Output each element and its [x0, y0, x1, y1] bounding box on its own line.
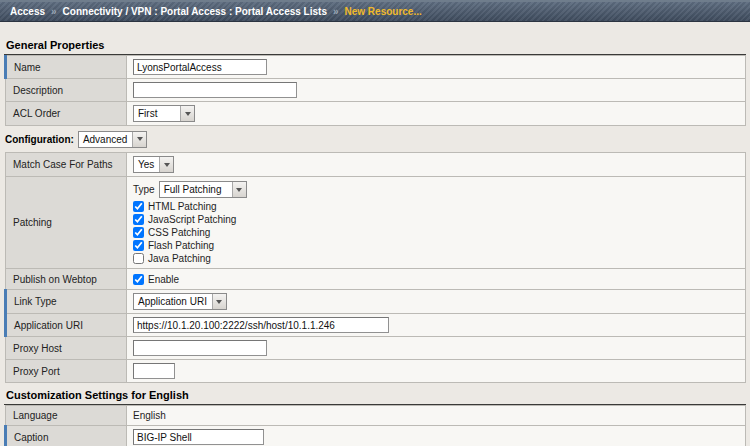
configuration-mode-value: Advanced [79, 132, 132, 147]
acl-order-select[interactable]: First [133, 105, 195, 122]
javascript-patching-checkbox[interactable] [133, 214, 144, 225]
chevron-down-icon [212, 294, 226, 309]
row-description: Description [6, 79, 746, 102]
chevron-down-icon [180, 106, 194, 121]
breadcrumb-separator: » [333, 6, 339, 17]
row-caption: Caption [6, 426, 746, 446]
patching-label: Patching [13, 217, 52, 228]
configuration-table: Match Case For Paths Yes Patching Type F… [4, 152, 746, 383]
java-patching-checkbox[interactable] [133, 253, 144, 264]
application-uri-label-cell: Application URI [6, 314, 127, 337]
row-proxy-host: Proxy Host [6, 337, 746, 360]
match-case-label-cell: Match Case For Paths [6, 153, 127, 177]
html-patching-checkbox[interactable] [133, 201, 144, 212]
proxy-port-input[interactable] [133, 363, 175, 379]
acl-order-label-cell: ACL Order [6, 102, 127, 126]
language-label-cell: Language [6, 406, 127, 426]
row-application-uri: Application URI [6, 314, 746, 337]
name-label: Name [14, 62, 41, 73]
breadcrumb-item-new-resource: New Resource... [345, 6, 422, 17]
row-patching: Patching Type Full Patching HTML Patchin… [6, 177, 746, 269]
section-header-customization: Customization Settings for English [4, 387, 746, 405]
caption-input[interactable] [133, 429, 264, 445]
proxy-host-label-cell: Proxy Host [6, 337, 127, 360]
application-uri-label: Application URI [14, 320, 83, 331]
acl-order-value: First [134, 106, 180, 121]
patching-type-label: Type [133, 184, 155, 195]
match-case-select[interactable]: Yes [133, 156, 174, 173]
description-input[interactable] [133, 82, 297, 98]
javascript-patching-label: JavaScript Patching [148, 214, 236, 225]
publish-enable-checkbox[interactable] [133, 274, 144, 285]
section-header-general-properties: General Properties [4, 37, 746, 55]
publish-label: Publish on Webtop [13, 274, 97, 285]
flash-patching-label: Flash Patching [148, 240, 214, 251]
general-properties-table: Name Description ACL Order First [4, 55, 746, 126]
language-label: Language [13, 410, 58, 421]
name-label-cell: Name [6, 56, 127, 79]
row-proxy-port: Proxy Port [6, 360, 746, 383]
patching-type-value: Full Patching [160, 182, 232, 197]
proxy-host-input[interactable] [133, 340, 267, 356]
customization-table: Language English Caption Detailed Descri… [4, 405, 746, 446]
proxy-host-label: Proxy Host [13, 343, 62, 354]
match-case-value: Yes [134, 157, 159, 172]
flash-patching-checkbox[interactable] [133, 240, 144, 251]
proxy-port-label-cell: Proxy Port [6, 360, 127, 383]
patching-type-select[interactable]: Full Patching [159, 181, 247, 198]
main-content: General Properties Name Description ACL … [0, 22, 750, 446]
configuration-label: Configuration: [5, 134, 74, 145]
html-patching-label: HTML Patching [148, 201, 217, 212]
css-patching-label: CSS Patching [148, 227, 210, 238]
breadcrumb-item-access[interactable]: Access [10, 6, 45, 17]
chevron-down-icon [159, 157, 173, 172]
link-type-label-cell: Link Type [6, 290, 127, 314]
caption-label: Caption [14, 432, 48, 443]
breadcrumb-separator: » [51, 6, 57, 17]
match-case-label: Match Case For Paths [13, 159, 112, 170]
row-link-type: Link Type Application URI [6, 290, 746, 314]
link-type-value: Application URI [134, 294, 212, 309]
css-patching-checkbox[interactable] [133, 227, 144, 238]
language-value: English [133, 409, 739, 422]
chevron-down-icon [132, 132, 146, 147]
link-type-label: Link Type [14, 296, 57, 307]
publish-enable-label: Enable [148, 274, 179, 285]
configuration-mode-select[interactable]: Advanced [78, 131, 147, 148]
breadcrumb-item-portal-access-lists[interactable]: Connectivity / VPN : Portal Access : Por… [63, 6, 327, 17]
link-type-select[interactable]: Application URI [133, 293, 227, 310]
acl-order-label: ACL Order [13, 108, 60, 119]
row-language: Language English [6, 406, 746, 426]
java-patching-label: Java Patching [148, 253, 211, 264]
name-input[interactable] [133, 59, 267, 75]
chevron-down-icon [232, 182, 246, 197]
breadcrumb: Access » Connectivity / VPN : Portal Acc… [0, 0, 750, 22]
publish-label-cell: Publish on Webtop [6, 269, 127, 290]
description-label-cell: Description [6, 79, 127, 102]
application-uri-input[interactable] [133, 317, 389, 333]
patching-label-cell: Patching [6, 177, 127, 269]
caption-label-cell: Caption [6, 426, 127, 446]
description-label: Description [13, 85, 63, 96]
row-name: Name [6, 56, 746, 79]
row-acl-order: ACL Order First [6, 102, 746, 126]
row-match-case: Match Case For Paths Yes [6, 153, 746, 177]
proxy-port-label: Proxy Port [13, 366, 60, 377]
configuration-mode-row: Configuration: Advanced [5, 130, 745, 148]
row-publish-on-webtop: Publish on Webtop Enable [6, 269, 746, 290]
